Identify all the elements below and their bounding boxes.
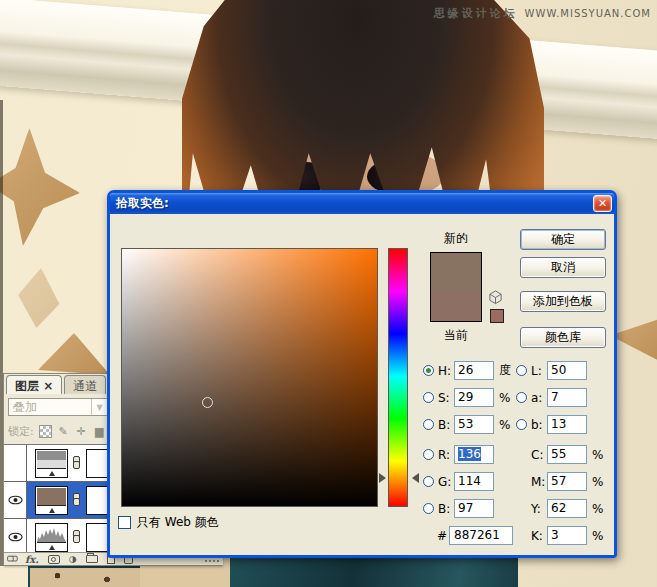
add-mask-icon[interactable] bbox=[48, 555, 60, 564]
field-label: B: bbox=[438, 502, 454, 516]
radio-b[interactable] bbox=[423, 419, 434, 430]
radio-r[interactable] bbox=[423, 449, 434, 460]
add-to-swatches-button[interactable]: 添加到色板 bbox=[520, 291, 606, 312]
color-libraries-button[interactable]: 颜色库 bbox=[520, 327, 606, 348]
watermark-site-name: 思缘设计论坛 bbox=[434, 6, 518, 21]
r-value-input[interactable]: 136 bbox=[454, 445, 494, 464]
field-label: b: bbox=[531, 418, 547, 432]
radio-h[interactable] bbox=[423, 365, 434, 376]
tab-channels[interactable]: 通道 bbox=[64, 375, 106, 394]
radio-b-rgb[interactable] bbox=[423, 503, 434, 514]
chevron-down-icon[interactable]: ▼ bbox=[91, 399, 107, 415]
color-preview-swatch bbox=[430, 252, 482, 322]
s-value-input[interactable]: 29 bbox=[454, 388, 494, 407]
dialog-titlebar[interactable]: 拾取实色: ✕ bbox=[110, 193, 614, 214]
selected-text: 136 bbox=[458, 447, 481, 461]
link-mask-icon bbox=[73, 530, 81, 544]
new-group-icon[interactable] bbox=[86, 555, 98, 563]
field-row-b2: B: 97 bbox=[423, 499, 494, 518]
field-row-r: R: 136 bbox=[423, 445, 494, 464]
lab-b-value-input[interactable]: 13 bbox=[547, 415, 587, 434]
watermark-site-url: WWW.MISSYUAN.COM bbox=[525, 8, 651, 19]
field-row-g: G: 114 bbox=[423, 472, 494, 491]
lock-transparency-icon[interactable] bbox=[39, 425, 52, 438]
visibility-toggle[interactable] bbox=[4, 482, 27, 518]
y-value-input[interactable]: 62 bbox=[547, 499, 587, 518]
hue-slider-right-arrow[interactable] bbox=[412, 473, 419, 483]
k-value-input[interactable]: 3 bbox=[547, 526, 587, 545]
h-value-input[interactable]: 26 bbox=[454, 361, 494, 380]
field-row-m: M: 57 % bbox=[531, 472, 603, 491]
close-icon[interactable]: ✕ bbox=[593, 195, 612, 212]
tab-layers[interactable]: 图层 × bbox=[6, 375, 62, 394]
color-picker-dialog: 拾取实色: ✕ 新的 当前 确定 取消 添加到色板 颜色库 H: 26 bbox=[107, 190, 617, 558]
link-layers-icon[interactable] bbox=[6, 556, 17, 562]
l-value-input[interactable]: 50 bbox=[547, 361, 587, 380]
field-row-y: Y: 62 % bbox=[531, 499, 603, 518]
lock-label: 锁定: bbox=[8, 424, 34, 439]
leopard-fabric bbox=[30, 568, 140, 587]
web-safe-cube-icon[interactable] bbox=[488, 290, 503, 305]
current-color-label: 当前 bbox=[430, 327, 482, 344]
hue-slider-left-arrow[interactable] bbox=[379, 473, 386, 483]
layer-style-icon[interactable]: fx. bbox=[25, 555, 39, 564]
dialog-title: 拾取实色: bbox=[116, 195, 169, 212]
lock-all-icon[interactable]: ▆ bbox=[93, 425, 106, 438]
visibility-toggle[interactable] bbox=[4, 519, 27, 555]
a-value-input[interactable]: 7 bbox=[547, 388, 587, 407]
field-label: G: bbox=[438, 475, 454, 489]
field-unit: % bbox=[592, 529, 603, 543]
dialog-content: 新的 当前 确定 取消 添加到色板 颜色库 H: 26 度 S: 29 % bbox=[110, 214, 614, 555]
b-value-input[interactable]: 53 bbox=[454, 415, 494, 434]
adjustment-layer-icon[interactable]: ◑ bbox=[69, 555, 77, 564]
lock-move-icon[interactable]: ✛ bbox=[75, 425, 88, 438]
field-label: L: bbox=[531, 364, 547, 378]
field-label: a: bbox=[531, 391, 547, 405]
ok-button[interactable]: 确定 bbox=[520, 229, 606, 250]
field-row-k: K: 3 % bbox=[531, 526, 603, 545]
histogram-thumbnail[interactable] bbox=[35, 523, 68, 552]
blend-mode-select[interactable]: 叠加 ▼ bbox=[8, 398, 108, 416]
lock-paint-icon[interactable]: ✎ bbox=[57, 425, 70, 438]
web-only-label: 只有 Web 颜色 bbox=[137, 514, 219, 531]
c-value-input[interactable]: 55 bbox=[547, 445, 587, 464]
field-row-h: H: 26 度 bbox=[423, 361, 511, 380]
field-label: Y: bbox=[531, 502, 547, 516]
color-fill-thumbnail[interactable] bbox=[35, 486, 68, 515]
blend-mode-value: 叠加 bbox=[9, 399, 91, 416]
field-unit: % bbox=[592, 448, 603, 462]
current-color-swatch[interactable] bbox=[431, 292, 481, 321]
hue-slider[interactable] bbox=[388, 248, 408, 507]
radio-a[interactable] bbox=[516, 392, 527, 403]
new-color-label: 新的 bbox=[430, 230, 482, 247]
visibility-toggle[interactable] bbox=[4, 445, 27, 481]
field-unit: % bbox=[592, 475, 603, 489]
levels-adjustment-thumbnail[interactable] bbox=[35, 449, 68, 478]
radio-lab-b[interactable] bbox=[516, 419, 527, 430]
field-row-lab-b: b: 13 bbox=[516, 415, 587, 434]
link-mask-icon bbox=[73, 456, 81, 470]
web-safe-color-chip[interactable] bbox=[490, 309, 504, 323]
field-label: R: bbox=[438, 448, 454, 462]
g-value-input[interactable]: 114 bbox=[454, 472, 494, 491]
lock-row: 锁定: ✎ ✛ ▆ bbox=[8, 422, 106, 440]
m-value-input[interactable]: 57 bbox=[547, 472, 587, 491]
cancel-button[interactable]: 取消 bbox=[520, 257, 606, 278]
field-label: M: bbox=[531, 475, 547, 489]
color-field-marker[interactable] bbox=[202, 397, 213, 408]
b-rgb-value-input[interactable]: 97 bbox=[454, 499, 494, 518]
radio-s[interactable] bbox=[423, 392, 434, 403]
eye-icon bbox=[8, 532, 23, 542]
field-label: C: bbox=[531, 448, 547, 462]
web-only-checkbox-row: 只有 Web 颜色 bbox=[118, 514, 219, 531]
field-label: S: bbox=[438, 391, 454, 405]
radio-g[interactable] bbox=[423, 476, 434, 487]
web-only-checkbox[interactable] bbox=[118, 516, 131, 529]
field-row-hex: # 887261 bbox=[437, 526, 513, 545]
eye-icon bbox=[8, 495, 23, 505]
link-mask-icon bbox=[73, 493, 81, 507]
field-row-l: L: 50 bbox=[516, 361, 587, 380]
radio-l[interactable] bbox=[516, 365, 527, 376]
hex-value-input[interactable]: 887261 bbox=[449, 526, 513, 545]
saturation-brightness-field[interactable] bbox=[121, 248, 378, 507]
